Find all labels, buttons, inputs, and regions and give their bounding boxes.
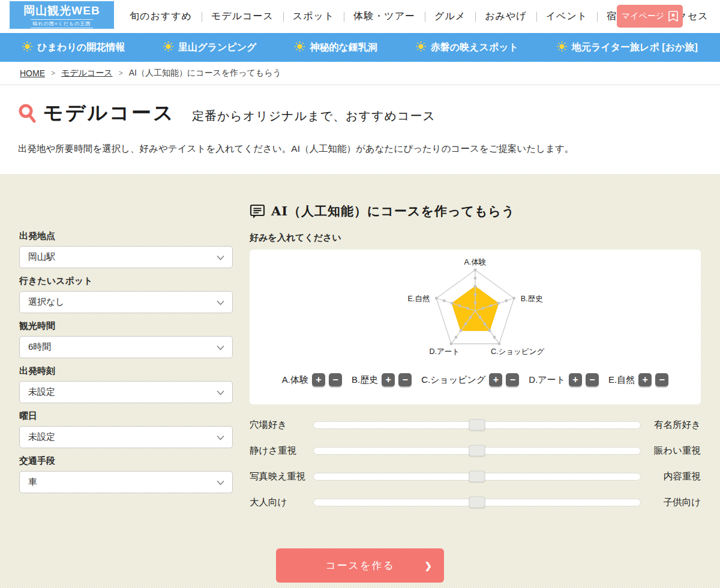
slider-left-label: 大人向け bbox=[250, 496, 307, 509]
slider-left-label: 写真映え重視 bbox=[250, 470, 307, 483]
slider-row-quiet-vs-lively: 静けさ重視 賑わい重視 bbox=[250, 443, 701, 458]
adult-vs-child-slider[interactable] bbox=[313, 499, 641, 506]
nav-item-event[interactable]: イベント bbox=[536, 10, 598, 23]
promo-item-sunflower[interactable]: ひまわりの開花情報 bbox=[22, 41, 125, 54]
plus-button-experience[interactable]: + bbox=[312, 373, 325, 386]
slider-row-hidden-vs-famous: 穴場好き 有名所好き bbox=[250, 418, 701, 432]
category-label: D.アート bbox=[529, 374, 565, 386]
promo-item-limestone-cave[interactable]: 神秘的な鍾乳洞 bbox=[295, 41, 377, 54]
field-departure-time: 出発時刻 未設定 bbox=[19, 365, 233, 403]
site-logo[interactable]: 岡山観光WEB 晴れの国×くだもの王国 bbox=[10, 1, 114, 29]
slider-left-label: 穴場好き bbox=[250, 419, 307, 431]
plus-button-nature[interactable]: + bbox=[638, 373, 652, 386]
plus-button-shopping[interactable]: + bbox=[489, 373, 502, 386]
hidden-vs-famous-slider[interactable] bbox=[313, 421, 641, 429]
slider-thumb[interactable] bbox=[469, 497, 485, 508]
minus-button-nature[interactable]: − bbox=[655, 373, 668, 386]
sun-icon bbox=[295, 41, 305, 54]
promo-label: 里山グランピング bbox=[178, 41, 256, 54]
radar-chart: A.体験B.歴史C.ショッピングD.アートE.自然 bbox=[337, 256, 613, 371]
select-value: 6時間 bbox=[28, 341, 51, 353]
slider-right-label: 子供向け bbox=[647, 496, 701, 509]
chevron-down-icon bbox=[216, 478, 225, 489]
search-icon bbox=[18, 104, 36, 123]
sun-icon bbox=[557, 41, 567, 54]
chevron-down-icon bbox=[216, 433, 225, 444]
page-root: 岡山観光WEB 晴れの国×くだもの王国 旬のおすすめ モデルコース スポット 体… bbox=[0, 0, 720, 588]
select-value: 未設定 bbox=[28, 431, 55, 443]
page-subtitle: 定番からオリジナルまで、おすすめコース bbox=[192, 102, 436, 124]
mypage-button[interactable]: マイページ bbox=[617, 5, 683, 28]
plus-button-history[interactable]: + bbox=[382, 373, 395, 386]
field-transportation: 交通手段 車 bbox=[19, 455, 233, 493]
promo-item-akaiwa-spot[interactable]: 赤磐の映えスポット bbox=[416, 41, 518, 54]
svg-text:E.自然: E.自然 bbox=[407, 295, 430, 303]
slider-row-photogenic-vs-content: 写真映え重視 内容重視 bbox=[250, 469, 701, 484]
minus-button-history[interactable]: − bbox=[398, 373, 412, 386]
page-title: モデルコース bbox=[43, 100, 175, 127]
minus-button-art[interactable]: − bbox=[586, 373, 599, 386]
field-label: 曜日 bbox=[19, 410, 233, 422]
field-sightseeing-hours: 観光時間 6時間 bbox=[19, 320, 233, 358]
select-value: 選択なし bbox=[28, 296, 65, 308]
svg-text:C.ショッピング: C.ショッピング bbox=[491, 347, 544, 356]
chevron-down-icon bbox=[216, 343, 225, 354]
field-label: 観光時間 bbox=[19, 320, 233, 332]
select-value: 未設定 bbox=[28, 386, 55, 398]
select-value: 岡山駅 bbox=[28, 251, 55, 263]
create-course-label: コースを作る bbox=[325, 560, 395, 571]
create-course-button[interactable]: コースを作る ❯ bbox=[276, 548, 444, 583]
slider-right-label: 有名所好き bbox=[647, 419, 701, 431]
ai-course-form-section: 出発地点 岡山駅 行きたいスポット 選択なし 観光時間 bbox=[0, 174, 720, 588]
sightseeing-hours-select[interactable]: 6時間 bbox=[19, 336, 233, 358]
nav-item-experience-tour[interactable]: 体験・ツアー bbox=[344, 10, 425, 23]
control-group-experience: A.体験 + − bbox=[282, 373, 342, 386]
control-group-nature: E.自然 + − bbox=[608, 373, 668, 386]
sun-icon bbox=[416, 41, 426, 54]
category-controls: A.体験 + − B.歴史 + − C.ショッピング + − bbox=[282, 373, 668, 386]
breadcrumb-home[interactable]: HOME bbox=[20, 68, 45, 78]
slider-right-label: 賑わい重視 bbox=[647, 445, 701, 457]
promo-item-local-writer[interactable]: 地元ライター旅レポ [おか旅] bbox=[557, 41, 698, 54]
plus-button-art[interactable]: + bbox=[569, 373, 582, 386]
departure-time-select[interactable]: 未設定 bbox=[19, 381, 233, 403]
nav-item-spot[interactable]: スポット bbox=[283, 10, 344, 23]
category-label: C.ショッピング bbox=[421, 374, 485, 386]
field-label: 行きたいスポット bbox=[19, 275, 233, 287]
day-of-week-select[interactable]: 未設定 bbox=[19, 426, 233, 448]
promo-item-glamping[interactable]: 里山グランピング bbox=[163, 41, 256, 54]
promo-label: 赤磐の映えスポット bbox=[431, 41, 518, 54]
select-value: 車 bbox=[28, 476, 37, 488]
breadcrumb-model-course[interactable]: モデルコース bbox=[61, 68, 113, 79]
category-label: A.体験 bbox=[282, 374, 308, 386]
photogenic-vs-content-slider[interactable] bbox=[313, 473, 641, 481]
promo-label: ひまわりの開花情報 bbox=[37, 41, 125, 54]
promo-bar: ひまわりの開花情報 里山グランピング 神秘的な鍾乳洞 赤磐の映えスポット 地元ラ… bbox=[0, 33, 720, 62]
nav-item-gourmet[interactable]: グルメ bbox=[425, 10, 475, 23]
logo-title: 岡山観光WEB bbox=[10, 4, 114, 17]
minus-button-experience[interactable]: − bbox=[329, 373, 342, 386]
slider-row-adult-vs-child: 大人向け 子供向け bbox=[250, 495, 701, 509]
quiet-vs-lively-slider[interactable] bbox=[313, 447, 641, 455]
svg-text:D.アート: D.アート bbox=[429, 347, 460, 356]
chevron-down-icon bbox=[216, 253, 225, 264]
sun-icon bbox=[163, 41, 173, 54]
ai-heading-text: AI（人工知能）にコースを作ってもらう bbox=[271, 203, 515, 220]
slider-thumb[interactable] bbox=[469, 419, 485, 431]
site-header: 岡山観光WEB 晴れの国×くだもの王国 旬のおすすめ モデルコース スポット 体… bbox=[0, 0, 720, 33]
nav-item-model-course[interactable]: モデルコース bbox=[202, 10, 283, 23]
chevron-down-icon bbox=[216, 298, 225, 309]
departure-point-select[interactable]: 岡山駅 bbox=[19, 246, 233, 268]
promo-label: 神秘的な鍾乳洞 bbox=[310, 41, 377, 54]
slider-thumb[interactable] bbox=[469, 445, 485, 457]
nav-item-seasonal[interactable]: 旬のおすすめ bbox=[120, 10, 202, 23]
sun-icon bbox=[22, 41, 32, 54]
transportation-select[interactable]: 車 bbox=[19, 471, 233, 493]
minus-button-shopping[interactable]: − bbox=[506, 373, 519, 386]
form-right-column: AI（人工知能）にコースを作ってもらう 好みを入れてください A.体験B.歴史C… bbox=[250, 203, 701, 521]
desired-spot-select[interactable]: 選択なし bbox=[19, 291, 233, 313]
control-group-art: D.アート + − bbox=[529, 373, 599, 386]
nav-item-souvenir[interactable]: おみやげ bbox=[475, 10, 536, 23]
slider-thumb[interactable] bbox=[469, 471, 485, 482]
control-group-history: B.歴史 + − bbox=[352, 373, 412, 386]
